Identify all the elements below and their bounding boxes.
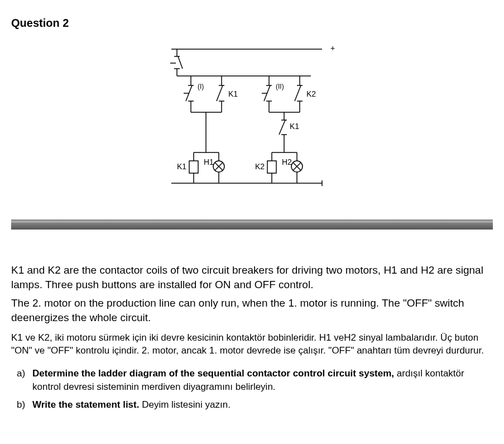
label-k1-right: K1 (228, 89, 238, 98)
item-b-bold: Write the statement list. (32, 399, 139, 410)
svg-line-38 (295, 85, 301, 101)
label-h2: H2 (282, 157, 292, 166)
label-k1-lower: K1 (290, 122, 299, 131)
paragraph-3: K1 ve K2, iki motoru sürmek için iki dev… (11, 332, 493, 357)
plus-label: + (330, 44, 335, 52)
item-a-bold: Determine the ladder diagram of the sequ… (32, 368, 394, 379)
svg-line-44 (279, 120, 285, 135)
paragraph-2: The 2. motor on the production line can … (11, 296, 493, 324)
svg-rect-24 (189, 161, 198, 173)
paragraph-1: K1 and K2 are the contactor coils of two… (11, 263, 493, 292)
label-one: (I) (198, 83, 204, 90)
label-two: (II) (276, 83, 284, 90)
svg-rect-50 (267, 161, 276, 173)
question-title: Question 2 (11, 17, 493, 30)
svg-line-3 (178, 56, 183, 69)
question-list: a) Determine the ladder diagram of the s… (11, 367, 493, 411)
question-item-a: a) Determine the ladder diagram of the s… (32, 367, 493, 394)
label-k1-coil: K1 (177, 162, 186, 171)
question-item-b: b) Write the statement list. Deyim liste… (32, 398, 493, 412)
circuit-diagram: + (I) K1 (11, 41, 493, 197)
label-k2-right: K2 (306, 89, 316, 98)
marker-a: a) (17, 367, 25, 380)
label-k2-coil: K2 (255, 162, 265, 171)
item-b-rest: Deyim listesini yazın. (139, 399, 230, 410)
label-h1: H1 (204, 157, 214, 166)
svg-line-16 (217, 85, 223, 101)
marker-b: b) (17, 398, 25, 412)
section-divider (11, 219, 493, 230)
